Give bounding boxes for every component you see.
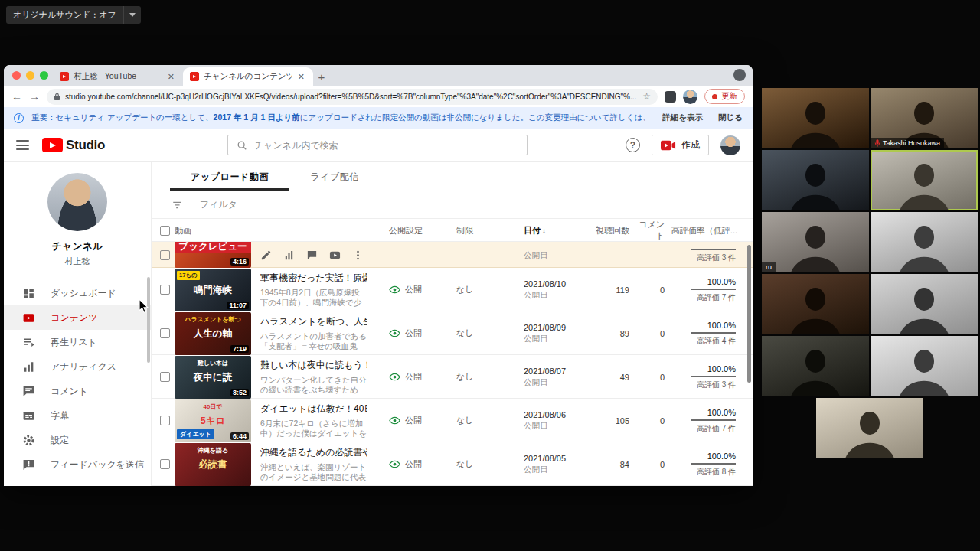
update-button[interactable]: 更新 [704,89,745,104]
participant-name: Takashi Hosokawa [871,138,944,148]
content-scrollbar[interactable] [747,245,751,383]
original-sound-toggle[interactable]: オリジナルサウンド：オフ [6,6,141,24]
video-row[interactable]: 17もの鳴門海峡11:07軍事機密だった実話！原爆投下の4日前...1945年8… [152,268,753,311]
shared-screen-window: 村上稔 - YouTube ✕ チャンネルのコンテンツ - YouTub ✕ +… [4,65,753,486]
row-checkbox[interactable] [160,250,170,260]
video-duration: 8:52 [230,389,249,396]
header-date[interactable]: 日付↓ [505,225,596,236]
header-comments[interactable]: コメント [634,219,669,242]
header-views[interactable]: 視聴回数 [596,225,634,236]
row-checkbox[interactable] [160,416,170,425]
minimize-window-icon[interactable] [26,71,34,80]
tab-uploads[interactable]: アップロード動画 [170,162,289,191]
video-thumbnail[interactable]: 沖縄を語る必読書 [175,443,251,486]
close-tab-icon[interactable]: ✕ [166,72,176,82]
filter-bar[interactable]: フィルタ [152,191,753,219]
original-sound-dropdown[interactable] [123,6,141,24]
create-button[interactable]: 作成 [652,135,709,155]
studio-account-avatar[interactable] [720,135,740,155]
participant-video[interactable]: ru [762,212,869,272]
participant-video[interactable] [871,212,978,272]
participant-video[interactable] [816,398,923,458]
video-row[interactable]: 沖縄を語る必読書沖縄を語るための必読書やで！『ぼく...沖縄といえば、楽園リゾー… [152,442,753,486]
participant-video[interactable] [762,274,869,334]
youtube-studio-logo[interactable]: Studio [42,138,105,153]
channel-search-box[interactable] [227,135,528,155]
forward-icon[interactable]: → [29,91,40,102]
participant-video[interactable]: Takashi Hosokawa [871,88,978,148]
row-checkbox[interactable] [160,459,170,469]
sidebar-item-feedback[interactable]: フィードバックを送信 [4,452,151,477]
participant-video[interactable] [762,336,869,396]
menu-icon[interactable] [16,140,29,150]
person-silhouette [762,212,869,272]
row-dots-icon[interactable] [352,249,364,261]
close-window-icon[interactable] [12,71,21,80]
row-youtube-icon[interactable] [329,249,341,261]
video-row[interactable]: 40日で5キロダイエット6:44ダイエットは仏教だ！40日で5〜6キロ...6月… [152,399,753,442]
video-thumbnail[interactable]: 難しい本は夜中に読8:52 [175,356,251,399]
tab-overflow-icon[interactable] [733,69,746,81]
row-comment-icon[interactable] [306,249,318,261]
browser-profile-avatar[interactable] [683,90,697,104]
row-stats-icon[interactable] [283,249,295,261]
participant-video[interactable] [762,150,869,210]
bookmark-star-icon[interactable]: ☆ [642,91,651,102]
extension-icon[interactable] [665,91,676,103]
help-icon[interactable]: ? [626,138,640,152]
content-icon [22,311,35,324]
new-tab-button[interactable]: + [313,68,330,85]
video-thumbnail[interactable]: ブックレビュー4:16 [175,242,251,268]
tab-live[interactable]: ライブ配信 [289,162,380,191]
sidebar-item-comments[interactable]: コメント [4,379,151,403]
header-rating[interactable]: 高評価率（低評... [669,225,742,236]
banner-close-link[interactable]: 閉じる [718,112,743,123]
sidebar-scrollbar[interactable] [147,277,150,363]
video-title[interactable]: 難しい本は夜中に読もう！『本の神話... [260,359,368,372]
sidebar-item-settings[interactable]: 設定 [4,428,151,452]
person-silhouette [762,88,869,148]
header-restrictions[interactable]: 制限 [443,225,505,236]
video-title[interactable]: 沖縄を語るための必読書やで！『ぼく... [260,446,368,459]
address-bar[interactable]: studio.youtube.com/channel/UC-p3qH2rHOGc… [47,89,658,105]
sidebar-item-subtitles[interactable]: 字幕 [4,403,151,428]
video-row[interactable]: 難しい本は夜中に読8:52難しい本は夜中に読もう！『本の神話...ワンパターン化… [152,355,753,399]
row-edit-icon[interactable] [260,249,272,261]
video-title[interactable]: 軍事機密だった実話！原爆投下の4日前... [260,272,368,285]
banner-text: 重要：セキュリティ アップデートの一環として、2017 年 1 月 1 日より前… [31,112,647,123]
video-title[interactable]: ダイエットは仏教だ！40日で5〜6キロ... [260,403,368,416]
banner-details-link[interactable]: 詳細を表示 [662,112,703,123]
video-thumbnail[interactable]: ハラスメントを断つ人生の軸7:19 [175,312,251,355]
row-checkbox[interactable] [160,285,170,295]
sidebar-item-dashboard[interactable]: ダッシュボード [4,281,151,305]
participant-video[interactable] [871,336,978,396]
browser-tab-inactive[interactable]: 村上稔 - YouTube ✕ [53,67,183,86]
video-thumbnail[interactable]: 17もの鳴門海峡11:07 [175,269,251,311]
search-input[interactable] [254,140,518,151]
sidebar-item-analytics[interactable]: アナリティクス [4,354,151,379]
select-all-checkbox[interactable] [160,226,170,236]
video-description: ワンパターン化してきた自分の緩い読書をぶち壊すために、ちょっと古い難しい本を読.… [260,375,368,396]
video-thumbnail[interactable]: 40日で5キロダイエット6:44 [175,399,251,442]
back-icon[interactable]: ← [11,91,22,102]
rating-cell: 100.0%高評価 8 件 [669,452,742,478]
playlist-icon [22,336,35,349]
sidebar-item-content[interactable]: コンテンツ [4,305,151,330]
video-row-partial[interactable]: ブックレビュー4:16公開日高評価 3 件 [152,242,753,268]
views-cell: 119 [596,285,634,295]
row-checkbox[interactable] [160,328,170,338]
row-checkbox[interactable] [160,372,170,382]
channel-avatar[interactable] [47,173,107,231]
sidebar-item-playlist[interactable]: 再生リスト [4,330,151,354]
video-title[interactable]: ハラスメントを断つ、人生の軸 Vol.2【... [260,315,368,328]
participant-video[interactable] [871,274,978,334]
zoom-window-icon[interactable] [40,71,48,80]
participant-video[interactable] [762,88,869,148]
participant-video[interactable] [871,150,978,210]
browser-tab-active[interactable]: チャンネルのコンテンツ - YouTub ✕ [183,67,313,86]
close-tab-icon[interactable]: ✕ [296,72,306,82]
person-silhouette [762,150,869,210]
video-row[interactable]: ハラスメントを断つ人生の軸7:19ハラスメントを断つ、人生の軸 Vol.2【..… [152,311,753,355]
header-visibility[interactable]: 公開設定 [375,225,443,236]
video-duration: 4:16 [230,258,249,266]
